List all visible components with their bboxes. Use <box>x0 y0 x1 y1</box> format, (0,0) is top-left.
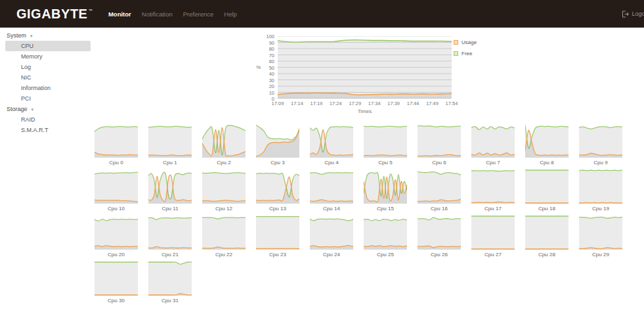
cpu-chart-cell-cpu-4: Cpu 4 <box>310 124 353 166</box>
cpu-label: Cpu 28 <box>538 252 555 258</box>
cpu-mini-chart <box>202 124 246 158</box>
menu-item-notification[interactable]: Notification <box>142 11 173 18</box>
x-tick: 17:49 <box>426 101 439 106</box>
sidebar-item-log[interactable]: Log <box>5 62 91 72</box>
y-tick: 90 <box>257 40 274 46</box>
cpu-label: Cpu 20 <box>108 252 125 258</box>
sidebar-item-raid[interactable]: RAID <box>5 114 91 125</box>
cpu-chart-cell-cpu-31: Cpu 31 <box>148 261 192 304</box>
cpu-mini-chart <box>256 215 299 250</box>
cpu-chart-cell-cpu-8: Cpu 8 <box>525 124 569 166</box>
cpu-mini-chart <box>418 124 461 158</box>
cpu-mini-chart <box>310 124 353 158</box>
legend-swatch-free <box>454 51 458 56</box>
cpu-mini-chart <box>95 124 138 158</box>
sidebar-group-system[interactable]: System▾ <box>0 30 92 41</box>
cpu-chart-cell-cpu-17: Cpu 17 <box>471 169 515 212</box>
cpu-chart-cell-cpu-24: Cpu 24 <box>310 215 353 258</box>
sidebar-item-s-m-a-r-t[interactable]: S.M.A.R.T <box>5 125 91 135</box>
cpu-chart-cell-cpu-3: Cpu 3 <box>256 124 299 166</box>
cpu-mini-chart <box>364 124 407 158</box>
cpu-label: Cpu 21 <box>161 252 179 258</box>
cpu-chart-cell-cpu-9: Cpu 9 <box>579 124 622 166</box>
x-tick: 17:19 <box>310 101 322 106</box>
cpu-chart-cell-cpu-7: Cpu 7 <box>471 124 515 166</box>
x-tick: 17:44 <box>407 101 419 106</box>
cpu-mini-chart <box>95 169 138 204</box>
trademark-symbol: ™ <box>88 9 93 12</box>
logout-icon <box>622 11 629 18</box>
cpu-label: Cpu 8 <box>540 160 553 166</box>
sidebar-group-label: Storage <box>7 106 28 112</box>
cpu-mini-chart <box>95 261 138 296</box>
y-tick: 20 <box>257 83 274 89</box>
cpu-label: Cpu 25 <box>377 252 394 258</box>
sidebar-item-memory[interactable]: Memory <box>5 51 91 62</box>
cpu-label: Cpu 7 <box>486 160 500 166</box>
cpu-mini-chart <box>579 215 622 250</box>
gigabyte-logo: GIGABYTE™ <box>16 7 93 22</box>
menu-item-preference[interactable]: Preference <box>183 11 213 18</box>
cpu-label: Cpu 17 <box>484 206 502 212</box>
sidebar-item-information[interactable]: Information <box>5 83 91 93</box>
cpu-chart-cell-cpu-0: Cpu 0 <box>95 124 138 166</box>
x-tick: 17:39 <box>387 101 400 106</box>
cpu-mini-chart <box>148 169 192 204</box>
cpu-label: Cpu 19 <box>592 206 609 212</box>
main-plot-area <box>278 36 452 99</box>
x-tick: 17:09 <box>272 101 284 106</box>
cpu-chart-cell-cpu-26: Cpu 26 <box>418 215 461 258</box>
chart-legend: UsageFree <box>454 39 477 56</box>
cpu-label: Cpu 0 <box>109 160 123 166</box>
cpu-chart-cell-cpu-10: Cpu 10 <box>95 169 138 212</box>
cpu-mini-chart <box>471 124 515 158</box>
cpu-label: Cpu 15 <box>377 206 394 212</box>
caret-down-icon: ▾ <box>32 107 34 112</box>
cpu-chart-cell-cpu-14: Cpu 14 <box>310 169 353 212</box>
topbar-menu: MonitorNotificationPreferenceHelp <box>108 11 237 18</box>
cpu-mini-chart <box>95 215 138 250</box>
cpu-label: Cpu 18 <box>538 206 555 212</box>
cpu-chart-cell-cpu-22: Cpu 22 <box>202 215 246 258</box>
cpu-mini-chart <box>525 169 569 204</box>
cpu-label: Cpu 1 <box>163 160 177 166</box>
cpu-chart-cell-cpu-12: Cpu 12 <box>202 169 246 212</box>
cpu-label: Cpu 4 <box>324 160 338 166</box>
cpu-chart-cell-cpu-25: Cpu 25 <box>364 215 407 258</box>
topbar: GIGABYTE™ MonitorNotificationPreferenceH… <box>0 0 644 28</box>
x-tick: 17:34 <box>368 101 381 106</box>
menu-item-help[interactable]: Help <box>224 11 237 18</box>
logout-label: Logout <box>632 11 644 17</box>
cpu-label: Cpu 2 <box>217 160 230 166</box>
legend-label: Usage <box>462 39 477 45</box>
sidebar-item-pci[interactable]: PCI <box>5 93 91 104</box>
y-tick: 80 <box>257 46 274 52</box>
cpu-label: Cpu 31 <box>161 298 179 304</box>
y-tick: 50 <box>257 65 274 71</box>
logout-button[interactable]: Logout <box>622 0 644 28</box>
x-tick: 17:14 <box>291 101 303 106</box>
caret-down-icon: ▾ <box>30 34 33 38</box>
logo-text: GIGABYTE <box>16 7 87 21</box>
menu-item-monitor[interactable]: Monitor <box>108 11 131 18</box>
sidebar-item-cpu[interactable]: CPU <box>5 41 91 51</box>
main-cpu-chart: % Times 010203040506070809010017:0917:14… <box>255 32 517 124</box>
cpu-label: Cpu 9 <box>593 160 607 166</box>
sidebar-item-nic[interactable]: NIC <box>5 72 91 83</box>
cpu-mini-chart <box>202 215 246 250</box>
cpu-label: Cpu 14 <box>323 206 340 212</box>
sidebar-group-label: System <box>7 32 26 39</box>
cpu-mini-chart <box>418 215 461 250</box>
cpu-mini-chart <box>525 124 569 158</box>
cpu-chart-cell-cpu-6: Cpu 6 <box>418 124 461 166</box>
cpu-chart-cell-cpu-23: Cpu 23 <box>256 215 299 258</box>
y-tick: 40 <box>257 71 274 77</box>
x-tick: 17:24 <box>330 101 342 106</box>
cpu-chart-cell-cpu-27: Cpu 27 <box>471 215 515 258</box>
sidebar-group-storage[interactable]: Storage▾ <box>0 104 92 114</box>
cpu-chart-cell-cpu-16: Cpu 16 <box>418 169 461 212</box>
cpu-mini-chart <box>256 169 299 204</box>
cpu-label: Cpu 5 <box>378 160 392 166</box>
cpu-mini-chart <box>310 215 353 250</box>
legend-swatch-usage <box>454 40 458 45</box>
